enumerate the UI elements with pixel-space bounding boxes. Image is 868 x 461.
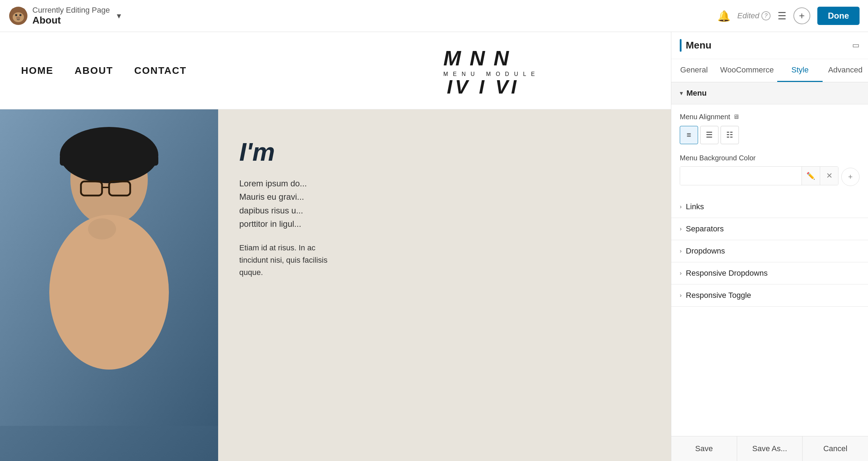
- alignment-buttons: ≡ ☰ ☷: [680, 126, 860, 144]
- page-content: I'm Lorem ipsum do...Mauris eu gravi...d…: [0, 109, 671, 461]
- bell-icon[interactable]: 🔔: [717, 10, 730, 22]
- svg-point-4: [15, 14, 17, 16]
- cancel-button[interactable]: Cancel: [803, 436, 868, 461]
- logo-area: M N N MENU MODULE IV I VI: [336, 43, 650, 99]
- nav-contact[interactable]: CONTACT: [134, 65, 187, 76]
- responsive-toggle-header[interactable]: › Responsive Toggle: [671, 284, 868, 306]
- content-heading: I'm: [239, 137, 650, 166]
- responsive-toggle-label: Responsive Toggle: [686, 291, 751, 300]
- svg-point-6: [16, 17, 20, 19]
- svg-point-18: [88, 218, 116, 239]
- nav-home[interactable]: HOME: [21, 65, 53, 76]
- links-arrow-icon: ›: [680, 204, 682, 210]
- logo-svg: M N N MENU MODULE IV I VI: [440, 43, 545, 99]
- dropdowns-section-header[interactable]: › Dropdowns: [671, 240, 868, 262]
- separators-label: Separators: [686, 224, 724, 233]
- panel-header: Menu ▭: [671, 32, 868, 59]
- top-bar-left: Currently Editing Page About ▾: [8, 6, 121, 26]
- bear-logo-icon: [8, 6, 28, 26]
- logo-text: M N N MENU MODULE IV I VI: [440, 43, 545, 99]
- page-header: HOME ABOUT CONTACT M N N MENU MODULE IV …: [0, 32, 671, 109]
- panel-accent: [680, 39, 682, 52]
- svg-rect-13: [60, 155, 158, 166]
- align-right-button[interactable]: ☷: [721, 126, 739, 144]
- edited-badge: Edited ?: [737, 11, 771, 20]
- page-info: Currently Editing Page About: [32, 6, 110, 26]
- page-canvas: HOME ABOUT CONTACT M N N MENU MODULE IV …: [0, 32, 671, 461]
- top-bar-right: 🔔 Edited ? ☰ + Done: [717, 7, 860, 25]
- alignment-label: Menu Alignment 🖥: [680, 113, 860, 121]
- color-input-row: ✏️ ✕: [680, 166, 838, 185]
- body-text-1: Lorem ipsum do...Mauris eu gravi...dapib…: [239, 179, 307, 229]
- top-bar: Currently Editing Page About ▾ 🔔 Edited …: [0, 0, 868, 32]
- nav-about[interactable]: ABOUT: [75, 65, 113, 76]
- list-icon[interactable]: ☰: [778, 10, 786, 22]
- svg-text:IV I VI: IV I VI: [447, 76, 519, 98]
- tab-style[interactable]: Style: [777, 59, 823, 82]
- collapse-icon: ▾: [680, 89, 683, 97]
- tab-general[interactable]: General: [671, 59, 717, 82]
- svg-point-14: [49, 215, 169, 370]
- content-image-col: [0, 109, 218, 461]
- dropdowns-section: › Dropdowns: [671, 240, 868, 262]
- body-text-2: Etiam id at risus. In ac tincidunt nisi,…: [239, 243, 328, 277]
- separators-section-header[interactable]: › Separators: [671, 218, 868, 240]
- svg-text:M  N  N: M N N: [443, 46, 510, 70]
- links-section: › Links: [671, 196, 868, 218]
- menu-section-header[interactable]: ▾ Menu: [671, 82, 868, 104]
- add-button[interactable]: +: [793, 7, 810, 24]
- responsive-toggle-section: › Responsive Toggle: [671, 284, 868, 307]
- person-svg: [0, 109, 218, 426]
- main-layout: HOME ABOUT CONTACT M N N MENU MODULE IV …: [0, 32, 868, 461]
- chevron-down-icon[interactable]: ▾: [117, 11, 121, 21]
- links-label: Links: [686, 202, 704, 211]
- person-image: [0, 109, 218, 461]
- editing-label: Currently Editing Page: [32, 6, 110, 15]
- content-body-2: Etiam id at risus. In ac tincidunt nisi,…: [239, 242, 345, 279]
- monitor-icon: 🖥: [733, 113, 739, 121]
- panel-footer: Save Save As... Cancel: [671, 436, 868, 461]
- panel-tabs: General WooCommerce Style Advanced: [671, 59, 868, 82]
- content-body: Lorem ipsum do...Mauris eu gravi...dapib…: [239, 177, 345, 231]
- links-section-header[interactable]: › Links: [671, 196, 868, 218]
- dropdowns-arrow-icon: ›: [680, 248, 682, 254]
- responsive-dropdowns-label: Responsive Dropdowns: [686, 269, 767, 278]
- separators-section: › Separators: [671, 218, 868, 240]
- svg-point-5: [19, 14, 21, 16]
- color-clear-button[interactable]: ✕: [820, 167, 838, 185]
- color-swatch[interactable]: [680, 167, 802, 185]
- responsive-dropdowns-arrow-icon: ›: [680, 270, 682, 276]
- align-center-button[interactable]: ☰: [700, 126, 718, 144]
- nav-links: HOME ABOUT CONTACT: [21, 65, 336, 76]
- eyedropper-button[interactable]: ✏️: [802, 167, 820, 185]
- panel-title: Menu: [686, 40, 711, 51]
- tab-woocommerce[interactable]: WooCommerce: [717, 59, 777, 82]
- separators-arrow-icon: ›: [680, 226, 682, 232]
- content-text-col: I'm Lorem ipsum do...Mauris eu gravi...d…: [218, 109, 671, 461]
- save-as-button[interactable]: Save As...: [737, 436, 803, 461]
- panel-body: ▾ Menu Menu Alignment 🖥 ≡ ☰ ☷ Menu Backg…: [671, 82, 868, 436]
- page-name-label: About: [32, 15, 110, 26]
- bg-color-label: Menu Background Color: [680, 154, 860, 162]
- tab-advanced[interactable]: Advanced: [823, 59, 868, 82]
- right-panel: Menu ▭ General WooCommerce Style Advance…: [671, 32, 868, 461]
- edited-text: Edited: [737, 11, 759, 20]
- responsive-dropdowns-section: › Responsive Dropdowns: [671, 262, 868, 284]
- align-left-button[interactable]: ≡: [680, 126, 698, 144]
- save-button[interactable]: Save: [671, 436, 737, 461]
- dropdowns-label: Dropdowns: [686, 246, 725, 256]
- color-add-button[interactable]: +: [841, 168, 860, 186]
- minimize-icon[interactable]: ▭: [852, 41, 860, 50]
- responsive-dropdowns-header[interactable]: › Responsive Dropdowns: [671, 262, 868, 284]
- menu-section-label: Menu: [686, 89, 707, 98]
- help-icon[interactable]: ?: [761, 11, 771, 20]
- done-button[interactable]: Done: [817, 7, 860, 25]
- menu-section-content: Menu Alignment 🖥 ≡ ☰ ☷ Menu Background C…: [671, 104, 868, 196]
- responsive-toggle-arrow-icon: ›: [680, 292, 682, 299]
